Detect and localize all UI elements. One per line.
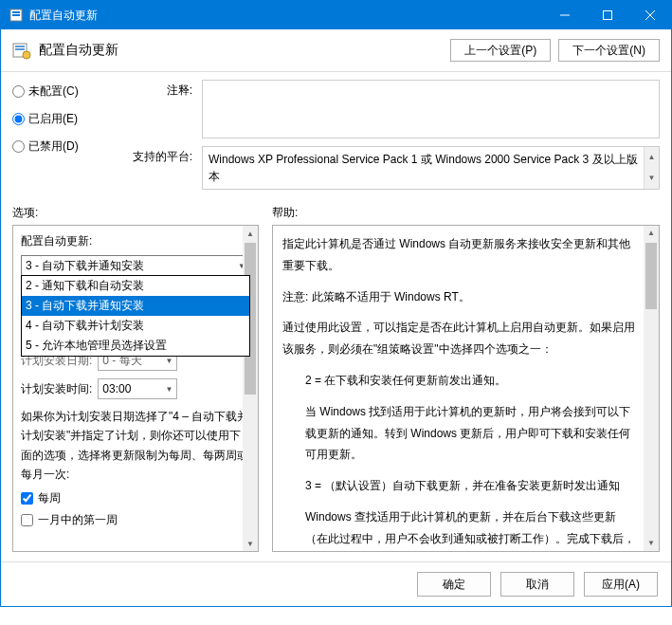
policy-editor-window: 配置自动更新 配置自动更新 上一个设置(P) 下一个设置(N) 未配置(C) 已… bbox=[0, 0, 672, 607]
config-update-combo[interactable]: 3 - 自动下载并通知安装 ▼ bbox=[21, 255, 250, 276]
footer: 确定 取消 应用(A) bbox=[1, 561, 671, 606]
first-week-checkbox[interactable] bbox=[21, 514, 33, 526]
config-update-dropdown: 2 - 通知下载和自动安装 3 - 自动下载并通知安装 4 - 自动下载并计划安… bbox=[21, 275, 250, 357]
panel-labels: 选项: 帮助: bbox=[1, 205, 671, 225]
previous-setting-button[interactable]: 上一个设置(P) bbox=[450, 39, 551, 62]
supported-platform-box: Windows XP Professional Service Pack 1 或… bbox=[202, 146, 660, 190]
fields-column: 注释: 支持的平台: Windows XP Professional Servi… bbox=[117, 80, 660, 190]
scroll-down-icon[interactable]: ▼ bbox=[243, 536, 258, 551]
close-button[interactable] bbox=[628, 1, 671, 29]
install-time-row: 计划安装时间: 03:00 ▼ bbox=[21, 378, 250, 399]
header-row: 配置自动更新 上一个设置(P) 下一个设置(N) bbox=[1, 29, 671, 72]
app-icon bbox=[9, 8, 24, 23]
install-time-combo[interactable]: 03:00 ▼ bbox=[98, 378, 177, 399]
svg-rect-2 bbox=[12, 14, 20, 16]
help-text: 3 = （默认设置）自动下载更新，并在准备安装更新时发出通知 bbox=[282, 475, 638, 497]
scroll-up-icon[interactable]: ▲ bbox=[644, 226, 659, 241]
help-scrollbar[interactable]: ▲ ▼ bbox=[644, 226, 659, 551]
config-area: 未配置(C) 已启用(E) 已禁用(D) 注释: 支持的平台: Windows … bbox=[1, 72, 671, 205]
install-time-label: 计划安装时间: bbox=[21, 381, 92, 397]
chevron-down-icon: ▼ bbox=[165, 357, 173, 365]
help-text: 通过使用此设置，可以指定是否在此计算机上启用自动更新。如果启用该服务，则必须在"… bbox=[282, 317, 638, 360]
supported-platform-text: Windows XP Professional Service Pack 1 或… bbox=[209, 153, 638, 183]
minimize-button[interactable] bbox=[543, 1, 586, 29]
svg-rect-9 bbox=[15, 48, 25, 50]
first-week-checkbox-row[interactable]: 一月中的第一周 bbox=[21, 512, 250, 528]
scroll-down-icon[interactable]: ▼ bbox=[644, 536, 659, 551]
weekly-checkbox-row[interactable]: 每周 bbox=[21, 490, 250, 506]
state-radio-group: 未配置(C) 已启用(E) 已禁用(D) bbox=[12, 80, 107, 190]
chevron-down-icon: ▼ bbox=[165, 385, 173, 394]
svg-rect-4 bbox=[603, 11, 611, 20]
options-label: 选项: bbox=[12, 205, 259, 221]
panels-row: 配置自动更新: 3 - 自动下载并通知安装 ▼ 2 - 通知下载和自动安装 3 … bbox=[1, 225, 671, 561]
dropdown-item[interactable]: 4 - 自动下载并计划安装 bbox=[22, 316, 249, 336]
weekly-checkbox[interactable] bbox=[21, 492, 33, 505]
window-controls bbox=[543, 1, 671, 29]
comment-row: 注释: bbox=[117, 80, 660, 138]
dropdown-item[interactable]: 5 - 允许本地管理员选择设置 bbox=[22, 336, 249, 356]
platform-scrollbar[interactable]: ▲ ▼ bbox=[644, 147, 659, 189]
radio-disabled-input[interactable] bbox=[12, 140, 25, 153]
options-panel: 配置自动更新: 3 - 自动下载并通知安装 ▼ 2 - 通知下载和自动安装 3 … bbox=[12, 225, 259, 552]
help-text: Windows 查找适用于此计算机的更新，并在后台下载这些更新（在此过程中，用户… bbox=[282, 506, 638, 552]
next-setting-button[interactable]: 下一个设置(N) bbox=[558, 39, 660, 62]
platform-label: 支持的平台: bbox=[117, 146, 192, 190]
cancel-button[interactable]: 取消 bbox=[500, 572, 574, 597]
radio-not-configured[interactable]: 未配置(C) bbox=[12, 83, 107, 100]
help-text: 注意: 此策略不适用于 Windows RT。 bbox=[282, 286, 638, 308]
config-update-value: 3 - 自动下载并通知安装 bbox=[26, 258, 144, 274]
policy-icon bbox=[12, 41, 31, 60]
help-panel: 指定此计算机是否通过 Windows 自动更新服务来接收安全更新和其他重要下载。… bbox=[272, 225, 660, 552]
scroll-up-icon[interactable]: ▲ bbox=[243, 226, 258, 241]
comment-input[interactable] bbox=[202, 80, 660, 138]
ok-button[interactable]: 确定 bbox=[417, 572, 491, 597]
config-update-label: 配置自动更新: bbox=[21, 233, 250, 249]
titlebar: 配置自动更新 bbox=[1, 1, 671, 29]
help-text: 当 Windows 找到适用于此计算机的更新时，用户将会接到可以下载更新的通知。… bbox=[282, 401, 638, 466]
radio-not-configured-input[interactable] bbox=[12, 85, 25, 98]
svg-point-10 bbox=[23, 51, 30, 59]
install-time-value: 03:00 bbox=[102, 382, 131, 395]
radio-enabled[interactable]: 已启用(E) bbox=[12, 111, 107, 127]
svg-rect-8 bbox=[15, 46, 25, 47]
policy-title: 配置自动更新 bbox=[39, 42, 443, 59]
dropdown-item[interactable]: 2 - 通知下载和自动安装 bbox=[22, 276, 249, 296]
config-combo-wrap: 3 - 自动下载并通知安装 ▼ 2 - 通知下载和自动安装 3 - 自动下载并通… bbox=[21, 255, 250, 276]
scroll-thumb[interactable] bbox=[645, 243, 657, 309]
apply-button[interactable]: 应用(A) bbox=[584, 572, 658, 597]
options-note: 如果你为计划安装日期选择了"4 – 自动下载并计划安装"并指定了计划，则你还可以… bbox=[21, 407, 250, 485]
maximize-button[interactable] bbox=[586, 1, 628, 29]
radio-disabled[interactable]: 已禁用(D) bbox=[12, 138, 107, 155]
radio-enabled-input[interactable] bbox=[12, 113, 25, 125]
comment-label: 注释: bbox=[117, 80, 192, 138]
scroll-down-icon[interactable]: ▼ bbox=[644, 168, 659, 189]
platform-row: 支持的平台: Windows XP Professional Service P… bbox=[117, 146, 660, 190]
dropdown-item[interactable]: 3 - 自动下载并通知安装 bbox=[22, 296, 249, 316]
window-title: 配置自动更新 bbox=[29, 8, 543, 24]
scroll-up-icon[interactable]: ▲ bbox=[644, 147, 659, 168]
help-label: 帮助: bbox=[272, 205, 298, 221]
help-text: 指定此计算机是否通过 Windows 自动更新服务来接收安全更新和其他重要下载。 bbox=[282, 233, 638, 277]
svg-rect-1 bbox=[12, 11, 20, 13]
help-text: 2 = 在下载和安装任何更新前发出通知。 bbox=[282, 370, 638, 392]
